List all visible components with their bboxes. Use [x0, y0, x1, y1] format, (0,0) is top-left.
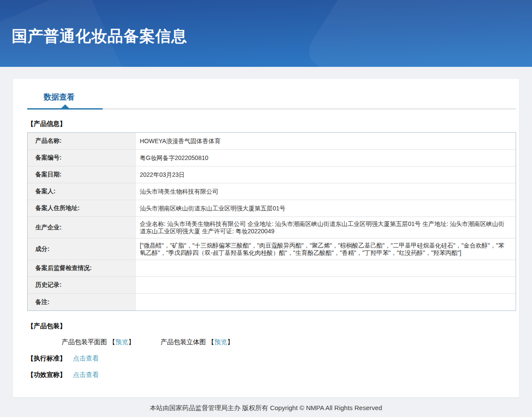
efficacy-claim-title: 【功效宣称】 [27, 371, 66, 378]
packaging-stereo-item: 产品包装立体图 【预览】 [161, 338, 233, 345]
row-value: 2022年03月23日 [135, 166, 516, 183]
execution-standard-view-link[interactable]: 点击查看 [73, 354, 99, 362]
table-row-history: 历史记录: [28, 277, 516, 294]
execution-standard-line: 【执行标准】 点击查看 [27, 354, 516, 363]
packaging-flat-preview-link[interactable]: 预览 [115, 338, 128, 345]
packaging-flat-label: 产品包装平面图 [62, 338, 107, 345]
bracket-close: 】 [128, 338, 135, 345]
tab-rule [27, 108, 516, 110]
row-label: 备案编号: [28, 150, 135, 166]
row-value [135, 277, 516, 293]
row-value: 粤G妆网备字2022050810 [135, 150, 516, 166]
table-row-filer: 备案人: 汕头市琦美生物科技有限公司 [28, 183, 516, 200]
row-label: 生产企业: [28, 217, 135, 238]
efficacy-claim-view-link[interactable]: 点击查看 [73, 371, 99, 378]
row-label: 产品名称: [28, 133, 135, 149]
row-value: 汕头市潮南区峡山街道东山工业区明强大厦第五层01号 [135, 200, 516, 216]
row-label: 备案日期: [28, 166, 135, 183]
row-value: HOWEYA浪漫香气固体香体育 [135, 133, 516, 149]
table-row-product-name: 产品名称: HOWEYA浪漫香气固体香体育 [28, 133, 516, 150]
efficacy-claim-line: 【功效宣称】 点击查看 [27, 371, 516, 379]
table-row-filer-address: 备案人住所地址: 汕头市潮南区峡山街道东山工业区明强大厦第五层01号 [28, 200, 516, 217]
table-row-supervision: 备案后监督检查情况: [28, 260, 516, 277]
tab-active-underline [27, 108, 103, 110]
packaging-stereo-label: 产品包装立体图 [161, 338, 206, 345]
banner-decoration [302, 0, 532, 67]
page-footer: 本站由国家药品监督管理局主办 版权所有 Copyright © NMPA All… [0, 404, 532, 417]
table-row-manufacturer: 生产企业: 企业名称: 汕头市琦美生物科技有限公司 企业地址: 汕头市潮南区峡山… [28, 217, 516, 238]
content-card: 数据查看 【产品信息】 产品名称: HOWEYA浪漫香气固体香体育 备案编号: … [13, 79, 519, 397]
execution-standard-title: 【执行标准】 [27, 354, 66, 362]
tab-data-view[interactable]: 数据查看 [44, 92, 75, 108]
row-label: 成分: [28, 238, 135, 260]
row-label: 备案后监督检查情况: [28, 260, 135, 276]
bracket-close: 】 [227, 338, 234, 345]
tab-bar: 数据查看 [27, 92, 516, 110]
row-label: 历史记录: [28, 277, 135, 293]
table-row-remarks: 备注: [28, 294, 516, 310]
row-value [135, 260, 516, 276]
table-row-filing-number: 备案编号: 粤G妆网备字2022050810 [28, 150, 516, 166]
packaging-flat-item: 产品包装平面图 【预览】 [62, 338, 136, 345]
row-value [135, 294, 516, 310]
bracket-open: 【 [109, 338, 115, 345]
packaging-stereo-preview-link[interactable]: 预览 [214, 338, 227, 345]
product-packaging-section-title: 【产品包装】 [27, 322, 516, 330]
row-label: 备注: [28, 294, 135, 310]
row-label: 备案人住所地址: [28, 200, 135, 216]
bracket-open: 【 [208, 338, 214, 345]
table-row-ingredients: 成分: ["微晶蜡"，"矿脂"，"十三烷醇偏苯三酸酯"，"肉豆蔻酸异丙酯"，"聚… [28, 238, 516, 260]
page-title: 国产普通化妆品备案信息 [12, 26, 187, 47]
row-value: ["微晶蜡"，"矿脂"，"十三烷醇偏苯三酸酯"，"肉豆蔻酸异丙酯"，"聚乙烯"，… [135, 238, 516, 260]
page-banner: 国产普通化妆品备案信息 [0, 0, 532, 67]
tab-arrow-icon [61, 104, 69, 108]
product-info-section-title: 【产品信息】 [27, 120, 516, 128]
packaging-previews: 产品包装平面图 【预览】 产品包装立体图 【预览】 [27, 338, 516, 346]
product-info-table: 产品名称: HOWEYA浪漫香气固体香体育 备案编号: 粤G妆网备字202205… [27, 132, 516, 311]
table-row-filing-date: 备案日期: 2022年03月23日 [28, 166, 516, 183]
row-label: 备案人: [28, 183, 135, 200]
footer-text: 本站由国家药品监督管理局主办 版权所有 Copyright © NMPA All… [150, 404, 382, 411]
row-value: 企业名称: 汕头市琦美生物科技有限公司 企业地址: 汕头市潮南区峡山街道东山工业… [135, 217, 516, 238]
row-value: 汕头市琦美生物科技有限公司 [135, 183, 516, 200]
